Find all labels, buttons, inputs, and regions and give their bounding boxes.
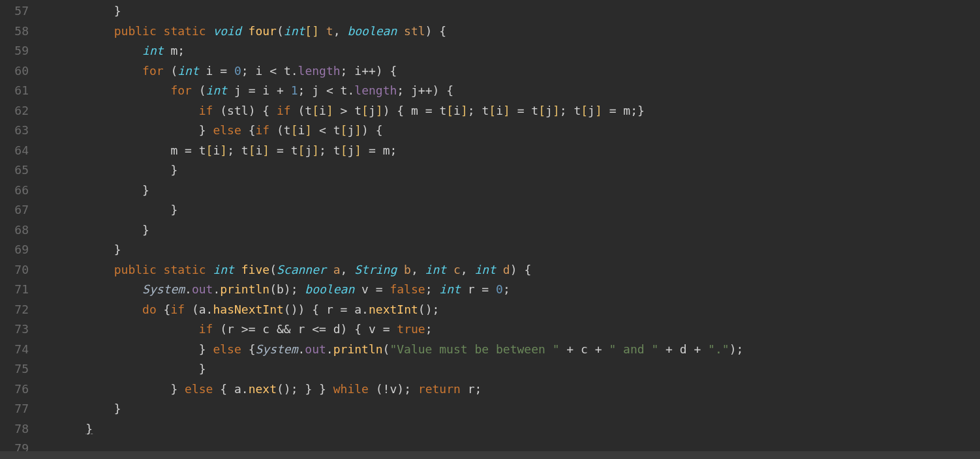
token-curly: { bbox=[249, 342, 256, 356]
token-br: [ bbox=[249, 143, 256, 157]
token-op: + bbox=[277, 83, 291, 97]
token-op: ; bbox=[404, 382, 418, 396]
token-paren: ( bbox=[298, 104, 305, 117]
line-number: 63 bbox=[5, 121, 29, 141]
code-line[interactable]: } bbox=[57, 419, 980, 439]
token-type: int bbox=[284, 24, 305, 38]
token-fn: nextInt bbox=[369, 303, 418, 316]
code-line[interactable]: } bbox=[57, 359, 980, 379]
token-var: v bbox=[390, 382, 397, 396]
line-number: 74 bbox=[5, 340, 29, 360]
line-number: 75 bbox=[5, 359, 29, 379]
token-paren: () bbox=[284, 303, 298, 316]
token-op: ; bbox=[433, 303, 440, 316]
token-op: . bbox=[347, 83, 354, 97]
token-op: ; bbox=[227, 143, 241, 157]
token-paren: ( bbox=[383, 342, 390, 356]
code-line[interactable]: if (r >= c && r <= d) { v = true; bbox=[57, 319, 980, 340]
code-line[interactable]: m = t[i]; t[i] = t[j]; t[j] = m; bbox=[57, 141, 980, 161]
token-type: int bbox=[475, 263, 503, 276]
token-paren: ) bbox=[298, 303, 313, 316]
code-line[interactable]: for (int j = i + 1; j < t.length; j++) { bbox=[57, 81, 980, 101]
token-op: , bbox=[333, 24, 348, 38]
token-member: out bbox=[305, 342, 326, 356]
code-line[interactable]: for (int i = 0; i < t.length; i++) { bbox=[57, 61, 980, 81]
token-kw: static bbox=[164, 24, 213, 38]
code-line[interactable]: do {if (a.hasNextInt()) { r = a.nextInt(… bbox=[57, 300, 980, 320]
token-op: && bbox=[277, 322, 298, 336]
token-op: = bbox=[609, 104, 624, 117]
token-kw: while bbox=[333, 382, 376, 396]
token-op: = bbox=[517, 104, 532, 117]
token-member: length bbox=[298, 64, 341, 78]
code-line[interactable]: int m; bbox=[57, 41, 980, 61]
token-paren: ) bbox=[729, 342, 737, 356]
code-line[interactable]: } bbox=[57, 200, 980, 220]
token-br: [ bbox=[341, 123, 348, 137]
token-kw: for bbox=[170, 83, 198, 97]
token-curly: } bbox=[142, 223, 149, 237]
token-op: ; bbox=[291, 282, 305, 296]
code-line[interactable]: public static void four(int[] t, boolean… bbox=[57, 22, 980, 42]
token-paren: ( bbox=[269, 282, 277, 296]
token-op: ; bbox=[425, 322, 433, 336]
token-var: t bbox=[305, 104, 312, 117]
token-param: d bbox=[503, 263, 510, 276]
code-line[interactable]: } bbox=[57, 160, 980, 181]
code-line[interactable]: System.out.println(b); boolean v = false… bbox=[57, 280, 980, 300]
token-var: i bbox=[256, 143, 263, 157]
token-type: int bbox=[439, 282, 467, 296]
token-kw: else bbox=[213, 123, 248, 137]
code-line[interactable]: } bbox=[57, 240, 980, 260]
token-kw: public bbox=[114, 263, 164, 276]
token-kw: return bbox=[418, 382, 468, 396]
token-curly: } bbox=[85, 422, 93, 436]
code-line[interactable]: } else {System.out.println("Value must b… bbox=[57, 340, 980, 360]
token-param: b bbox=[404, 263, 411, 276]
token-type: boolean bbox=[305, 282, 361, 296]
token-curly: { bbox=[220, 382, 234, 396]
token-var: i bbox=[453, 104, 461, 117]
token-var: j bbox=[347, 143, 354, 157]
token-fn: hasNextInt bbox=[213, 303, 283, 316]
token-br: ] bbox=[326, 104, 341, 117]
token-kw: else bbox=[185, 382, 220, 396]
code-line[interactable]: } bbox=[57, 220, 980, 241]
token-op: . bbox=[298, 342, 305, 356]
code-area[interactable]: } public static void four(int[] t, boole… bbox=[39, 0, 980, 459]
token-op: ; bbox=[397, 83, 411, 97]
token-var: a bbox=[234, 382, 241, 396]
token-type: int bbox=[425, 263, 453, 276]
code-line[interactable]: } else { a.next(); } } while (!v); retur… bbox=[57, 379, 980, 400]
code-line[interactable]: public static int five(Scanner a, String… bbox=[57, 260, 980, 280]
code-line[interactable]: } bbox=[57, 1, 980, 22]
token-op: ; bbox=[291, 382, 305, 396]
token-param: t bbox=[326, 24, 333, 38]
token-curly: } bbox=[199, 342, 213, 356]
token-op: ; bbox=[425, 282, 440, 296]
token-op: + bbox=[687, 342, 709, 356]
horizontal-scrollbar[interactable] bbox=[0, 451, 980, 459]
token-op: ; bbox=[298, 83, 313, 97]
line-number: 72 bbox=[5, 300, 29, 320]
token-var: i bbox=[319, 104, 326, 117]
token-type: int bbox=[177, 64, 206, 78]
code-line[interactable]: } else {if (t[i] < t[j]) { bbox=[57, 121, 980, 141]
line-number: 61 bbox=[5, 81, 29, 101]
token-curly: } bbox=[114, 243, 121, 256]
token-br: ] bbox=[262, 143, 277, 157]
token-op: . bbox=[361, 303, 369, 316]
token-var: j bbox=[588, 104, 595, 117]
code-line[interactable]: } bbox=[57, 399, 980, 419]
code-editor[interactable]: 5758596061626364656667686970717273747576… bbox=[0, 0, 980, 459]
token-op: ; bbox=[560, 104, 574, 117]
line-number-gutter: 5758596061626364656667686970717273747576… bbox=[0, 0, 39, 459]
token-op: + bbox=[658, 342, 680, 356]
token-cls: System bbox=[255, 342, 298, 356]
token-var: v bbox=[369, 322, 383, 336]
code-line[interactable]: } bbox=[57, 181, 980, 201]
code-line[interactable]: if (stl) { if (t[i] > t[j]) { m = t[i]; … bbox=[57, 101, 980, 121]
token-op: <= bbox=[312, 322, 333, 336]
token-kw: if bbox=[255, 123, 277, 137]
token-br: [ bbox=[446, 104, 453, 117]
